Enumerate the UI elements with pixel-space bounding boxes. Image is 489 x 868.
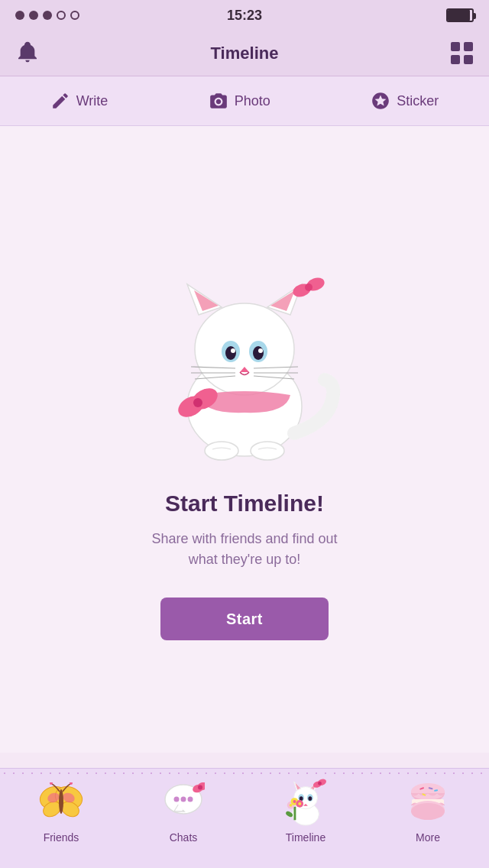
nav-timeline-label: Timeline bbox=[286, 831, 325, 844]
battery-fill bbox=[448, 10, 470, 21]
svg-point-1 bbox=[195, 303, 294, 395]
action-toolbar: Write Photo Sticker bbox=[0, 76, 489, 126]
nav-item-chats[interactable]: Chats bbox=[122, 775, 244, 844]
photo-label: Photo bbox=[235, 93, 270, 109]
svg-point-8 bbox=[305, 283, 313, 291]
dot-1 bbox=[15, 11, 24, 20]
nav-item-friends[interactable]: Friends bbox=[0, 775, 122, 844]
sticker-label: Sticker bbox=[397, 93, 439, 109]
svg-point-24 bbox=[193, 398, 202, 407]
signal-dots bbox=[15, 11, 79, 20]
dot-2 bbox=[29, 11, 38, 20]
svg-point-12 bbox=[253, 346, 264, 360]
svg-point-11 bbox=[225, 346, 236, 360]
start-timeline-subtitle: Share with friends and find outwhat they… bbox=[151, 529, 337, 570]
svg-point-57 bbox=[308, 796, 312, 801]
battery-indicator bbox=[446, 8, 474, 22]
bottom-navigation: Friends Chats bbox=[0, 768, 489, 868]
timeline-cat-icon bbox=[279, 775, 332, 828]
dot-3 bbox=[43, 11, 52, 20]
polka-dot-divider bbox=[0, 769, 489, 775]
svg-rect-59 bbox=[293, 807, 296, 820]
nav-more-label: More bbox=[416, 831, 440, 844]
svg-point-26 bbox=[251, 442, 284, 460]
svg-point-40 bbox=[180, 797, 186, 802]
status-bar: 15:23 bbox=[0, 0, 489, 31]
write-button[interactable]: Write bbox=[50, 91, 108, 111]
apps-grid-icon[interactable] bbox=[451, 42, 474, 65]
start-timeline-title: Start Timeline! bbox=[165, 491, 324, 517]
write-label: Write bbox=[76, 93, 108, 109]
butterfly-icon bbox=[34, 775, 88, 828]
svg-point-14 bbox=[258, 348, 263, 353]
sticker-button[interactable]: Sticker bbox=[371, 91, 439, 111]
status-time: 15:23 bbox=[227, 8, 262, 24]
page-title: Timeline bbox=[211, 44, 279, 63]
svg-point-65 bbox=[298, 802, 301, 805]
nav-chats-label: Chats bbox=[170, 831, 198, 844]
notification-bell-icon[interactable] bbox=[15, 40, 40, 67]
svg-point-64 bbox=[293, 800, 296, 803]
app-header: Timeline bbox=[0, 31, 489, 76]
svg-point-33 bbox=[59, 789, 63, 814]
nav-friends-label: Friends bbox=[44, 831, 79, 844]
svg-point-25 bbox=[205, 442, 238, 460]
macaron-icon bbox=[401, 775, 455, 828]
nav-item-more[interactable]: More bbox=[367, 775, 489, 844]
dot-5 bbox=[70, 11, 79, 20]
svg-point-44 bbox=[198, 785, 202, 790]
svg-point-68 bbox=[411, 783, 445, 800]
svg-point-13 bbox=[231, 348, 235, 353]
svg-point-71 bbox=[411, 803, 445, 820]
svg-point-63 bbox=[290, 804, 293, 807]
cat-illustration bbox=[145, 238, 344, 468]
svg-point-53 bbox=[318, 782, 322, 785]
main-content: Start Timeline! Share with friends and f… bbox=[0, 126, 489, 753]
start-button[interactable]: Start bbox=[160, 598, 329, 640]
svg-point-41 bbox=[187, 797, 193, 802]
dot-4 bbox=[57, 11, 66, 20]
nav-item-timeline[interactable]: Timeline bbox=[244, 775, 367, 844]
svg-point-39 bbox=[173, 797, 179, 802]
chat-bubble-icon bbox=[157, 775, 210, 828]
photo-button[interactable]: Photo bbox=[209, 91, 270, 111]
